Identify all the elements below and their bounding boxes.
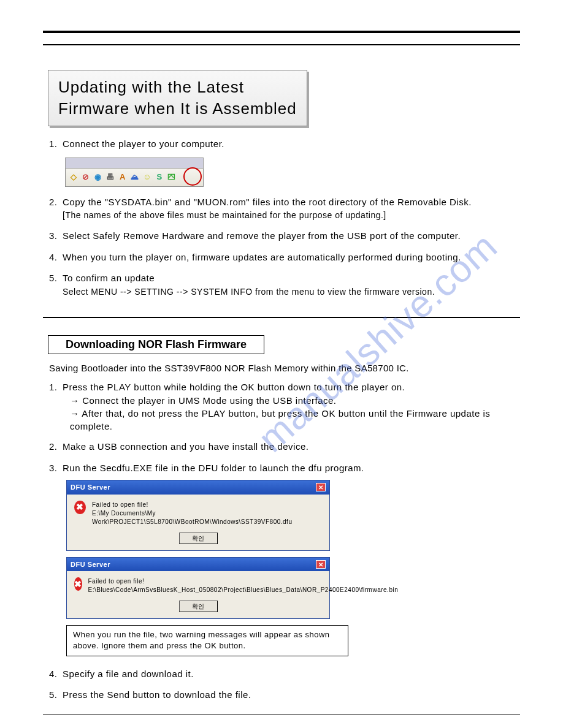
error-label: Failed to open file! <box>92 501 322 509</box>
dialog-title: DFU Server <box>71 482 110 493</box>
systray-illustration: ◇ ⊘ ◉ 🖶 A ⛰ ☺ S ⮹ <box>65 157 520 187</box>
top-rule-thin <box>43 44 520 45</box>
tray-icon: ⊘ <box>80 172 91 183</box>
step-text: Connect the player to your computer. <box>63 138 224 149</box>
tray-icon: ◉ <box>93 172 104 183</box>
tray-icon: ◇ <box>68 172 79 183</box>
step-4: 4.When you turn the player on, firmware … <box>49 251 520 265</box>
error-path: E:\Blues\Code\ArmSvsBluesK_Host_050802\P… <box>88 586 399 594</box>
step-num: 2. <box>49 195 63 210</box>
section1-title-line1: Updating with the Latest <box>58 77 297 98</box>
close-icon[interactable]: ✕ <box>316 560 326 569</box>
step-text: When you turn the player on, firmware up… <box>63 252 461 262</box>
systray-icons-bar: ◇ ⊘ ◉ 🖶 A ⛰ ☺ S ⮹ <box>65 169 204 187</box>
step-arrow-sub: → Connect the player in UMS Mode using t… <box>49 394 520 407</box>
step-subtext: Select MENU --> SETTING --> SYSTEM INFO … <box>49 286 520 298</box>
section2-steps: 1.Press the PLAY button while holding th… <box>43 381 520 702</box>
section-separator <box>43 317 520 318</box>
ok-button[interactable]: 확인 <box>179 533 218 544</box>
section2-heading: Downloading NOR Flash Firmware <box>48 335 264 354</box>
step-text: Copy the "SYSDATA.bin" and "MUON.rom" fi… <box>63 197 472 207</box>
step-num: 3. <box>49 229 63 243</box>
step-2: 2.Make a USB connection and you have ins… <box>49 440 520 454</box>
tray-icon: ⛰ <box>129 172 140 183</box>
step-4: 4.Specify a file and download it. <box>49 667 520 681</box>
tray-icon: 🖶 <box>105 172 116 183</box>
section1-title-line2: Firmware when It is Assembled <box>58 98 297 119</box>
dialog-message: Failed to open file! E:\My Documents\My … <box>92 501 322 526</box>
dialog-button-row: 확인 <box>67 529 329 550</box>
error-path: E:\My Documents\My Work\PROJECT1\S5L8700… <box>92 509 322 526</box>
dialog-titlebar: DFU Server ✕ <box>67 480 329 495</box>
step-1: 1.Connect the player to your computer. ◇… <box>49 137 520 187</box>
step-num: 1. <box>49 137 63 151</box>
systray-top-bar <box>65 157 204 169</box>
step-5: 5.Press the Send button to download the … <box>49 688 520 702</box>
footer-rule <box>43 715 520 715</box>
dialog-button-row: 확인 <box>67 597 329 618</box>
step-3: 3.Run the Secdfu.EXE file in the DFU fol… <box>49 461 520 656</box>
red-circle-highlight <box>183 167 202 186</box>
step-text: Run the Secdfu.EXE file in the DFU folde… <box>63 463 364 473</box>
tray-icon: S <box>154 172 165 183</box>
tray-icon: A <box>117 172 128 183</box>
section1-steps: 1.Connect the player to your computer. ◇… <box>43 137 520 298</box>
step-5: 5.To confirm an update Select MENU --> S… <box>49 271 520 298</box>
warning-note: When you run the file, two warning messa… <box>66 625 348 656</box>
tray-icon: ☺ <box>142 172 153 183</box>
dfu-dialog-2: DFU Server ✕ ✖ Failed to open file! E:\B… <box>66 557 330 620</box>
step-text: Press the Send button to download the fi… <box>63 689 251 700</box>
section2-intro: Saving Bootloader into the SST39VF800 NO… <box>49 363 520 373</box>
step-text: To confirm an update <box>63 273 155 283</box>
step-3: 3.Select Safely Remove Hardware and remo… <box>49 229 520 243</box>
step-text: Make a USB connection and you have insta… <box>63 441 308 452</box>
dialog-title: DFU Server <box>71 559 110 570</box>
ok-button[interactable]: 확인 <box>179 601 218 612</box>
step-num: 4. <box>49 251 63 265</box>
error-label: Failed to open file! <box>88 577 399 586</box>
step-num: 5. <box>49 688 63 702</box>
step-text: Press the PLAY button while holding the … <box>63 382 405 392</box>
dialog-titlebar: DFU Server ✕ <box>67 558 329 572</box>
step-num: 3. <box>49 461 63 476</box>
step-num: 5. <box>49 271 63 286</box>
error-icon: ✖ <box>74 577 82 591</box>
dialog-message: Failed to open file! E:\Blues\Code\ArmSv… <box>88 577 399 594</box>
step-text: Select Safely Remove Hardware and remove… <box>63 230 461 241</box>
safely-remove-icon: ⮹ <box>166 172 177 183</box>
dialog-body: ✖ Failed to open file! E:\Blues\Code\Arm… <box>67 571 329 597</box>
step-text: Specify a file and download it. <box>63 669 194 679</box>
step-arrow-sub: → After that, do not press the PLAY butt… <box>49 407 520 433</box>
section1-title-box: Updating with the Latest Firmware when I… <box>48 70 307 126</box>
error-icon: ✖ <box>74 501 86 514</box>
step-num: 4. <box>49 667 63 681</box>
top-rule-thick <box>43 31 520 33</box>
step-num: 2. <box>49 440 63 454</box>
close-icon[interactable]: ✕ <box>316 483 326 491</box>
step-num: 1. <box>49 381 63 395</box>
dfu-dialog-1: DFU Server ✕ ✖ Failed to open file! E:\M… <box>66 480 330 551</box>
dialog-body: ✖ Failed to open file! E:\My Documents\M… <box>67 495 329 529</box>
step-1: 1.Press the PLAY button while holding th… <box>49 381 520 433</box>
step-subtext: [The names of the above files must be ma… <box>49 209 520 222</box>
step-2: 2.Copy the "SYSDATA.bin" and "MUON.rom" … <box>49 195 520 222</box>
